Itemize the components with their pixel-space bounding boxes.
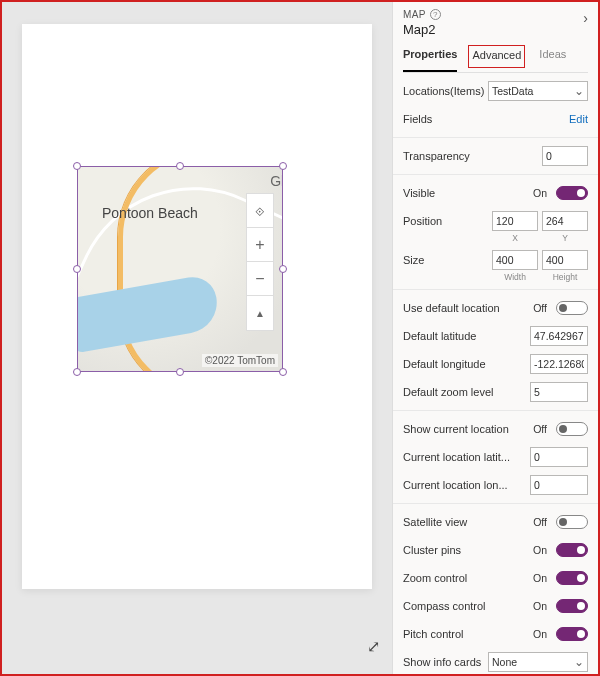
zoom-ctrl-toggle[interactable]	[556, 571, 588, 585]
transparency-input[interactable]	[542, 146, 588, 166]
current-lat-label: Current location latit...	[403, 451, 530, 463]
compass-icon[interactable]: ⟐	[247, 194, 273, 228]
transparency-label: Transparency	[403, 150, 542, 162]
info-cards-select[interactable]: None	[488, 652, 588, 672]
resize-handle[interactable]	[73, 162, 81, 170]
tab-advanced[interactable]: Advanced	[472, 46, 521, 67]
info-cards-label: Show info cards	[403, 656, 488, 668]
position-label: Position	[403, 215, 492, 227]
use-default-location-toggle[interactable]	[556, 301, 588, 315]
resize-handle[interactable]	[279, 162, 287, 170]
locations-label: Locations(Items)	[403, 85, 488, 97]
artboard: Pontoon Beach Gle ity ⟐ + − ▲ ©2022 TomT…	[22, 24, 372, 589]
pitch-icon[interactable]: ▲	[247, 296, 273, 330]
position-y-input[interactable]	[542, 211, 588, 231]
help-icon[interactable]: ?	[430, 9, 441, 20]
size-w-input[interactable]	[492, 250, 538, 270]
zoom-out-icon[interactable]: −	[247, 262, 273, 296]
resize-handle[interactable]	[73, 265, 81, 273]
cluster-label: Cluster pins	[403, 544, 533, 556]
default-longitude-input[interactable]	[530, 354, 588, 374]
zoom-in-icon[interactable]: +	[247, 228, 273, 262]
default-zoom-input[interactable]	[530, 382, 588, 402]
expand-icon[interactable]: ⤢	[367, 637, 380, 656]
map-control[interactable]: Pontoon Beach Gle ity ⟐ + − ▲ ©2022 TomT…	[77, 166, 283, 372]
show-current-location-label: Show current location	[403, 423, 533, 435]
current-lon-label: Current location lon...	[403, 479, 530, 491]
current-lon-input[interactable]	[530, 475, 588, 495]
current-lat-input[interactable]	[530, 447, 588, 467]
map-viewport[interactable]: Pontoon Beach Gle ity ⟐ + − ▲ ©2022 TomT…	[78, 167, 282, 371]
map-town-label: Pontoon Beach	[102, 205, 198, 221]
pitch-ctrl-toggle[interactable]	[556, 627, 588, 641]
compass-ctrl-toggle[interactable]	[556, 599, 588, 613]
resize-handle[interactable]	[73, 368, 81, 376]
resize-handle[interactable]	[176, 162, 184, 170]
control-type-text: MAP	[403, 9, 426, 20]
pitch-ctrl-label: Pitch control	[403, 628, 533, 640]
size-label: Size	[403, 254, 492, 266]
compass-ctrl-label: Compass control	[403, 600, 533, 612]
visible-label: Visible	[403, 187, 533, 199]
control-type-label: MAP ?	[403, 9, 588, 20]
visible-toggle[interactable]	[556, 186, 588, 200]
control-name: Map2	[403, 22, 588, 37]
position-x-input[interactable]	[492, 211, 538, 231]
map-controls-stack: ⟐ + − ▲	[246, 193, 274, 331]
use-default-location-label: Use default location	[403, 302, 533, 314]
resize-handle[interactable]	[176, 368, 184, 376]
fields-label: Fields	[403, 113, 569, 125]
show-current-location-toggle[interactable]	[556, 422, 588, 436]
satellite-toggle[interactable]	[556, 515, 588, 529]
size-h-input[interactable]	[542, 250, 588, 270]
locations-select[interactable]: TestData	[488, 81, 588, 101]
map-ne-label: Gle	[270, 173, 282, 189]
canvas-area[interactable]: Pontoon Beach Gle ity ⟐ + − ▲ ©2022 TomT…	[2, 2, 392, 674]
tab-ideas[interactable]: Ideas	[539, 45, 566, 72]
resize-handle[interactable]	[279, 265, 287, 273]
tab-properties[interactable]: Properties	[403, 45, 457, 72]
satellite-label: Satellite view	[403, 516, 533, 528]
resize-handle[interactable]	[279, 368, 287, 376]
default-latitude-label: Default latitude	[403, 330, 530, 342]
zoom-ctrl-label: Zoom control	[403, 572, 533, 584]
cluster-toggle[interactable]	[556, 543, 588, 557]
default-latitude-input[interactable]	[530, 326, 588, 346]
properties-panel: MAP ? › Map2 Properties Advanced Ideas L…	[392, 2, 598, 674]
map-attribution: ©2022 TomTom	[202, 354, 278, 367]
collapse-panel-icon[interactable]: ›	[583, 10, 588, 26]
default-zoom-label: Default zoom level	[403, 386, 530, 398]
default-longitude-label: Default longitude	[403, 358, 530, 370]
fields-edit-link[interactable]: Edit	[569, 113, 588, 125]
